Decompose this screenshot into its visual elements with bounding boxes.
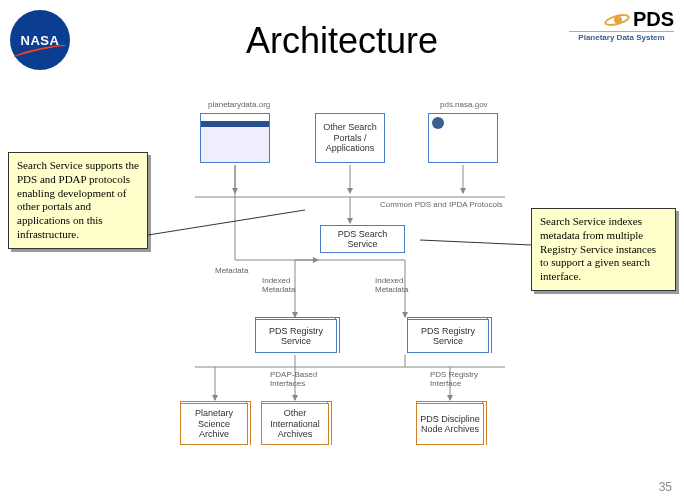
thumb-planetarydata-site [200, 113, 270, 163]
label-metadata: Metadata [215, 267, 248, 276]
box-planetary-archive: Planetary Science Archive [180, 403, 248, 445]
thumb-pds-site [428, 113, 498, 163]
callout-search-protocols: Search Service supports the PDS and PDAP… [8, 152, 148, 249]
box-discipline-archives: PDS Discipline Node Archives [416, 403, 484, 445]
callout-search-indexes: Search Service indexes metadata from mul… [531, 208, 676, 291]
page-title: Architecture [0, 20, 684, 62]
architecture-diagram: planetarydata.org pds.nasa.gov Other Sea… [150, 105, 550, 475]
label-pds-registry-interface: PDS Registry Interface [430, 371, 478, 389]
page-number: 35 [659, 480, 672, 494]
box-search-service: PDS Search Service [320, 225, 405, 253]
label-protocols: Common PDS and IPDA Protocols [380, 201, 503, 210]
box-other-intl-archives: Other International Archives [261, 403, 329, 445]
label-indexed-right: Indexed Metadata [375, 277, 408, 295]
label-url-ipda: planetarydata.org [208, 101, 270, 110]
box-registry-left: PDS Registry Service [255, 319, 337, 353]
box-other-portals: Other Search Portals / Applications [315, 113, 385, 163]
box-registry-right: PDS Registry Service [407, 319, 489, 353]
label-url-pds: pds.nasa.gov [440, 101, 488, 110]
label-indexed-left: Indexed Metadata [262, 277, 295, 295]
label-pdap-interfaces: PDAP-Based Interfaces [270, 371, 317, 389]
